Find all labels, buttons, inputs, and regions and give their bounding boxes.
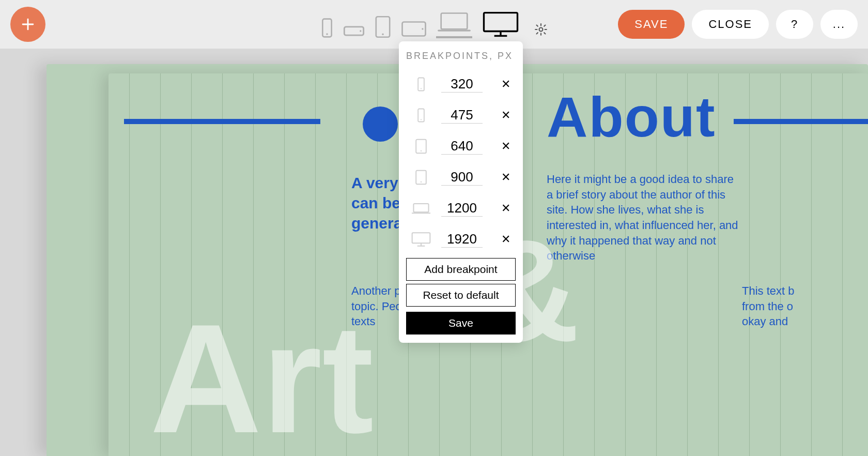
decorative-rule-right [734, 119, 868, 124]
tablet-landscape-icon [401, 20, 427, 38]
device-switcher [320, 10, 548, 38]
svg-point-1 [326, 33, 328, 35]
breakpoint-delete-1[interactable]: ✕ [499, 109, 513, 122]
svg-point-15 [421, 88, 422, 89]
svg-rect-10 [484, 13, 517, 32]
phone-portrait-icon [320, 18, 334, 38]
svg-rect-24 [412, 233, 430, 243]
breakpoint-input-1[interactable] [441, 107, 483, 124]
small-para-2: This text b from the o okay and [742, 283, 866, 329]
plus-icon [19, 16, 37, 33]
svg-point-17 [421, 119, 422, 120]
breakpoint-delete-3[interactable]: ✕ [499, 171, 513, 184]
decorative-art-word: Art [150, 301, 374, 456]
tablet-portrait-icon [374, 16, 392, 38]
svg-point-7 [422, 28, 423, 29]
save-button[interactable]: SAVE [618, 10, 685, 39]
help-button[interactable]: ? [776, 10, 813, 39]
svg-point-19 [421, 150, 422, 151]
phone-icon [409, 108, 433, 123]
device-desktop[interactable] [482, 10, 520, 38]
svg-rect-22 [413, 204, 428, 212]
breakpoint-delete-5[interactable]: ✕ [499, 233, 513, 246]
desktop-icon [409, 231, 433, 248]
tablet-icon [409, 138, 433, 155]
svg-point-13 [539, 28, 543, 32]
breakpoint-row-0: ✕ [406, 69, 516, 100]
popover-title: BREAKPOINTS, PX [406, 51, 516, 62]
add-breakpoint-button[interactable]: Add breakpoint [406, 258, 516, 281]
breakpoint-delete-4[interactable]: ✕ [499, 202, 513, 215]
gear-icon [534, 23, 548, 36]
heading-about: About [547, 84, 716, 149]
breakpoint-input-3[interactable] [441, 169, 483, 186]
phone-landscape-icon [343, 24, 365, 38]
device-phone-landscape[interactable] [343, 24, 365, 38]
breakpoint-row-1: ✕ [406, 100, 516, 131]
svg-point-5 [382, 34, 384, 36]
breakpoint-row-3: ✕ [406, 162, 516, 193]
device-tablet-portrait[interactable] [374, 16, 392, 38]
breakpoints-popover: BREAKPOINTS, PX ✕ ✕ ✕ ✕ ✕ ✕ Add breakpoi… [399, 41, 523, 343]
decorative-rule-left [124, 119, 320, 124]
more-button[interactable]: ... [820, 10, 858, 39]
reset-breakpoints-button[interactable]: Reset to default [406, 284, 516, 307]
device-tablet-landscape[interactable] [401, 20, 427, 38]
svg-point-3 [360, 30, 361, 32]
breakpoint-input-5[interactable] [441, 231, 483, 248]
tablet-icon [409, 169, 433, 186]
decorative-dot [363, 107, 398, 142]
header-actions: SAVE CLOSE ? ... [618, 10, 858, 39]
breakpoint-row-4: ✕ [406, 193, 516, 224]
breakpoint-input-4[interactable] [441, 200, 483, 217]
svg-rect-23 [412, 212, 430, 214]
desktop-icon [482, 10, 520, 38]
phone-icon [409, 77, 433, 92]
breakpoint-settings-button[interactable] [534, 23, 548, 38]
device-phone-portrait[interactable] [320, 18, 334, 38]
svg-rect-8 [441, 13, 468, 29]
laptop-icon [409, 202, 433, 215]
svg-point-21 [421, 181, 422, 183]
breakpoint-row-2: ✕ [406, 131, 516, 162]
svg-rect-9 [438, 29, 471, 31]
breakpoint-input-0[interactable] [441, 76, 483, 93]
laptop-icon [436, 10, 472, 33]
breakpoint-row-5: ✕ [406, 224, 516, 255]
save-breakpoints-button[interactable]: Save [406, 312, 516, 335]
device-laptop[interactable] [436, 10, 472, 38]
breakpoint-delete-2[interactable]: ✕ [499, 140, 513, 153]
breakpoint-delete-0[interactable]: ✕ [499, 78, 513, 91]
breakpoint-input-2[interactable] [441, 138, 483, 155]
add-button[interactable] [10, 7, 45, 42]
close-button[interactable]: CLOSE [692, 10, 769, 39]
